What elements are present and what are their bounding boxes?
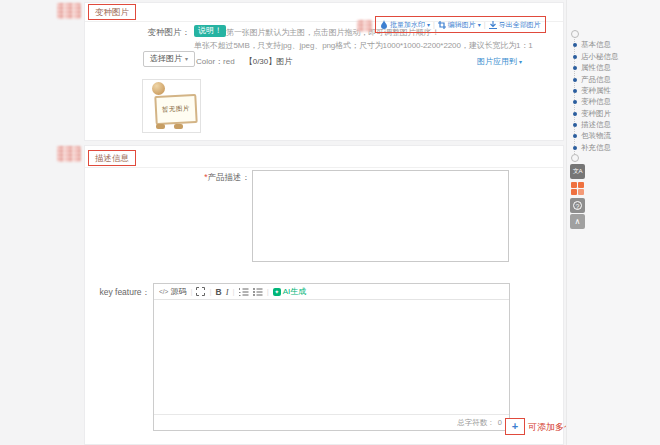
help-icon[interactable]: ? <box>570 198 585 213</box>
chevron-down-icon: ▾ <box>478 21 481 28</box>
sidebar-item-variant-attrs[interactable]: 变种属性 <box>567 86 611 96</box>
bullet-dot-icon <box>573 112 577 116</box>
editor-content-area[interactable] <box>154 300 509 414</box>
bullet-dot-icon <box>573 43 577 47</box>
redacted-stamp <box>357 20 372 32</box>
toolbar-separator: | <box>433 21 435 28</box>
editor-separator: | <box>233 287 235 296</box>
product-description-label: *产品描述： <box>198 172 250 184</box>
batch-watermark-button[interactable]: 批量加水印 ▾ <box>380 20 430 30</box>
sidebar-item-variant-images[interactable]: 变种图片 <box>567 109 611 119</box>
editor-separator: | <box>209 287 211 296</box>
key-feature-label: key feature： <box>98 287 150 299</box>
ai-generate-button[interactable]: ✦ AI生成 <box>273 286 307 297</box>
unordered-list-icon[interactable] <box>253 288 263 296</box>
export-all-images-button[interactable]: 导出全部图片 <box>489 20 541 30</box>
watermark-icon <box>380 20 388 29</box>
mascot-foot <box>156 124 165 129</box>
anchor-nav-sidebar: 基本信息 店小秘信息 属性信息 产品信息 变种属性 变种信息 变种图片 描述信息… <box>566 0 660 445</box>
fullscreen-icon[interactable] <box>196 287 205 296</box>
image-count: 【0/30】图片 <box>245 56 293 67</box>
editor-toolbar: </> 源码 | | B I | | ✦ AI生成 <box>154 284 509 300</box>
bold-button[interactable]: B <box>216 287 222 297</box>
collapse-up-icon[interactable]: ∧ <box>570 214 585 229</box>
sidebar-item-variant-info[interactable]: 变种信息 <box>567 97 611 107</box>
bullet-dot-icon <box>573 123 577 127</box>
chevron-down-icon: ▾ <box>519 58 522 65</box>
key-feature-editor: </> 源码 | | B I | | ✦ AI生成 总字符数： 0 <box>153 283 510 431</box>
add-selling-point-annotation-box: + <box>505 418 525 435</box>
sidebar-item-description-info[interactable]: 描述信息 <box>567 120 611 130</box>
edit-image-button[interactable]: 编辑图片 ▾ <box>438 20 481 30</box>
add-selling-point-button[interactable]: + <box>512 421 518 432</box>
bullet-dot-icon <box>573 78 577 82</box>
download-icon <box>489 21 497 29</box>
variant-image-field-label: 变种图片： <box>138 27 190 39</box>
sidebar-item-attribute-info[interactable]: 属性信息 <box>567 63 611 73</box>
sidebar-item-packaging-logistics[interactable]: 包装物流 <box>567 131 611 141</box>
apply-images-to-link[interactable]: 图片应用到 ▾ <box>477 56 522 67</box>
sidebar-item-basic-info[interactable]: 基本信息 <box>567 40 611 50</box>
notice-badge: 说明！ <box>194 25 226 37</box>
source-code-icon: </> <box>159 288 168 295</box>
bullet-dot-icon <box>573 134 577 138</box>
no-image-sign: 暂无图片 <box>154 94 197 125</box>
nav-bottom-circle <box>571 154 579 162</box>
chevron-down-icon: ▾ <box>185 54 188 64</box>
product-description-textarea[interactable] <box>252 170 509 262</box>
mascot-head <box>152 82 165 95</box>
notice-line2: 单张不超过5MB，只支持jpg、jpeg、png格式；尺寸为1000*1000-… <box>194 40 533 51</box>
bullet-dot-icon <box>573 146 577 150</box>
select-image-button[interactable]: 选择图片 ▾ <box>143 51 195 67</box>
image-toolbar-annotation-box: 批量加水印 ▾ | 编辑图片 ▾ | 导出全部图片 <box>375 16 546 33</box>
ordered-list-icon[interactable] <box>239 288 249 296</box>
bullet-dot-icon <box>573 66 577 70</box>
bullet-dot-icon <box>573 100 577 104</box>
redacted-stamp <box>57 146 81 162</box>
apps-grid-shape <box>571 182 584 195</box>
section-title-variant-images: 变种图片 <box>88 4 136 20</box>
section-title-description: 描述信息 <box>88 150 136 166</box>
chevron-down-icon: ▾ <box>427 21 430 28</box>
italic-button[interactable]: I <box>226 287 229 297</box>
color-label: Color：red <box>196 56 235 67</box>
sidebar-item-product-info[interactable]: 产品信息 <box>567 75 611 85</box>
char-count-value: 0 <box>498 418 502 427</box>
nav-top-circle <box>571 30 579 38</box>
editor-status-bar: 总字符数： 0 <box>154 414 509 430</box>
apps-grid-icon[interactable] <box>570 181 585 196</box>
char-count-label: 总字符数： <box>457 418 495 428</box>
source-code-button[interactable]: </> 源码 <box>159 286 186 297</box>
sidebar-item-supplementary-info[interactable]: 补充信息 <box>567 143 611 153</box>
mascot-foot <box>174 124 183 129</box>
no-image-placeholder: 暂无图片 <box>142 79 201 133</box>
redacted-stamp <box>57 3 81 19</box>
toolbar-separator: | <box>484 21 486 28</box>
editor-separator: | <box>190 287 192 296</box>
crop-icon <box>438 21 446 29</box>
color-info-row: Color：red 【0/30】图片 <box>196 56 292 67</box>
bullet-dot-icon <box>573 55 577 59</box>
ai-sparkle-icon: ✦ <box>273 288 281 296</box>
sidebar-item-dianxiaomi-info[interactable]: 店小秘信息 <box>567 52 619 62</box>
translate-icon[interactable]: 文A <box>570 164 585 179</box>
bullet-dot-icon <box>573 89 577 93</box>
editor-separator: | <box>267 287 269 296</box>
card2-header-divider <box>85 167 563 168</box>
